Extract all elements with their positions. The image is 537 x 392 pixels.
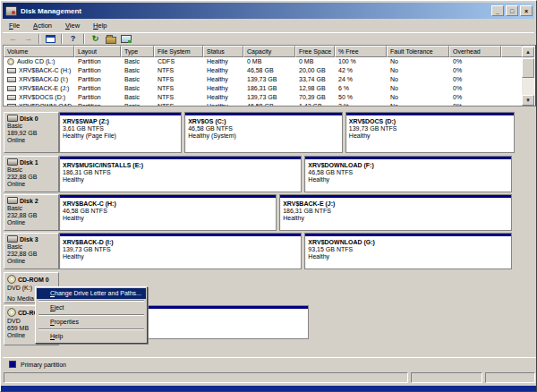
partition-download-g[interactable]: XRV$DOWNLOAD (G:) 93,15 GB NTFS Healthy [304,233,511,269]
menu-item-eject[interactable]: Eject [37,303,146,313]
column-header-type[interactable]: Type [121,46,154,57]
partition-docs-d[interactable]: XRV$DOCS (D:) 139,73 GB NTFS Healthy [345,112,515,153]
table-row-back-d[interactable]: XRV$BACK-D (I:) Partition Basic NTFS Hea… [4,75,523,84]
cell-pct-free: 100 % [335,57,387,66]
computer-icon [121,35,132,43]
disk3-label[interactable]: Disk 3 Basic 232,88 GB Online [4,233,59,269]
console-tree-icon [46,35,55,43]
partition-size: 139,73 GB NTFS [346,125,514,132]
partition-os-c[interactable]: XRV$OS (C:) 46,58 GB NTFS Healthy (Syste… [184,112,343,153]
toolbar-separator [61,34,63,44]
menu-item-help[interactable]: Help [37,331,146,342]
disk1-partitions: XRV$MUSIC/INSTALLS (E:) 186,31 GB NTFS H… [59,156,517,192]
cell-fault-tolerance: No [387,93,449,102]
partition-download-f[interactable]: XRV$DOWNLOAD (F:) 46,58 GB NTFS Healthy [304,156,511,192]
cell-free-space: 12,98 GB [295,84,335,93]
table-row-audio-cd[interactable]: Audio CD (L:) Partition Basic CDFS Healt… [4,57,523,66]
menu-action[interactable]: Action [27,20,59,31]
cell-overhead: 0% [449,57,501,66]
show-console-tree-button[interactable] [43,33,58,45]
volume-name: XRV$BACK-E (J:) [19,84,69,93]
disk-size: 189,92 GB [7,130,56,137]
menu-view[interactable]: View [59,20,87,31]
partition-size: 139,73 GB NTFS [60,246,301,253]
cell-overhead: 0% [449,93,501,102]
partition-size: 186,31 GB NTFS [280,208,511,215]
menu-help[interactable]: Help [87,20,114,31]
table-row-download-f[interactable]: XRV$DOWNLOAD (F:) Partition Basic NTFS H… [4,102,523,107]
cell-type: Basic [121,93,154,102]
legend-bar: Primary partition [3,357,536,371]
column-header-overhead[interactable]: Overhead [449,46,501,57]
cell-status: Healthy [203,66,243,75]
column-header-capacity[interactable]: Capacity [243,46,295,57]
hard-disk-icon [7,158,18,166]
legend-label: Primary partition [21,362,66,368]
disk-name: Disk 3 [20,236,38,243]
partition-label: XRV$OS (C:) [185,116,342,125]
volume-list-header: Volume Layout Type File System Status Ca… [4,46,523,57]
context-menu: Change Drive Letter and Paths... Eject P… [35,286,148,344]
table-row-back-c[interactable]: XRV$BACK-C (H:) Partition Basic NTFS Hea… [4,66,523,75]
cell-type: Basic [121,66,154,75]
table-row-docs[interactable]: XRV$DOCS (D:) Partition Basic NTFS Healt… [4,93,523,102]
close-button[interactable]: × [520,5,533,16]
disk-row-3: Disk 3 Basic 232,88 GB Online XRV$BACK-D… [3,233,536,270]
back-button[interactable]: ← [5,33,21,45]
toolbar-separator [38,34,40,44]
rescan-disks-button[interactable] [118,33,133,45]
partition-swap-z[interactable]: XRV$SWAP (Z:) 3,61 GB NTFS Healthy (Page… [59,112,182,153]
scroll-thumb[interactable] [522,58,534,78]
partition-music-installs-e[interactable]: XRV$MUSIC/INSTALLS (E:) 186,31 GB NTFS H… [59,156,302,192]
column-header-free-space[interactable]: Free Space [295,46,335,57]
scroll-down-button[interactable]: ▼ [522,95,534,106]
disk-status: Online [7,137,56,144]
cell-file-system: NTFS [154,93,203,102]
volume-name: XRV$DOWNLOAD (F:) [19,102,74,107]
maximize-button[interactable]: □ [506,5,518,16]
column-header-file-system[interactable]: File System [154,46,203,57]
partition-back-e-j[interactable]: XRV$BACK-E (J:) 186,31 GB NTFS Healthy [279,194,512,231]
properties-button[interactable] [103,33,118,45]
cell-status: Healthy [203,75,243,84]
disk0-partitions: XRV$SWAP (Z:) 3,61 GB NTFS Healthy (Page… [59,112,517,153]
primary-partition-swatch [9,361,16,368]
cell-overhead: 0% [449,84,501,93]
disk-management-icon [5,6,17,16]
cell-file-system: NTFS [154,102,203,107]
toolbar: ← → ? ↻ [3,32,534,45]
cell-capacity: 0 MB [243,57,295,66]
volume-name: XRV$DOCS (D:) [19,93,65,102]
title-bar[interactable]: Disk Management _ □ × [3,3,534,19]
minimize-button[interactable]: _ [491,5,504,16]
column-header-layout[interactable]: Layout [74,46,121,57]
menu-item-properties[interactable]: Properties [37,317,146,328]
cell-overhead: 0% [449,75,501,84]
column-header-volume[interactable]: Volume [4,46,74,57]
column-header-fault-tolerance[interactable]: Fault Tolerance [387,46,449,57]
disk1-label[interactable]: Disk 1 Basic 232,88 GB Online [4,156,59,192]
status-section [411,372,482,383]
scroll-up-button[interactable]: ▲ [522,47,534,57]
disk2-label[interactable]: Disk 2 Basic 232,88 GB Online [4,194,59,231]
partition-back-c-h[interactable]: XRV$BACK-C (H:) 46,58 GB NTFS Healthy [59,194,277,231]
column-header-pct-free[interactable]: % Free [335,46,387,57]
table-row-back-e[interactable]: XRV$BACK-E (J:) Partition Basic NTFS Hea… [4,84,523,93]
forward-button[interactable]: → [21,33,36,45]
help-button[interactable]: ? [65,33,81,45]
disk0-label[interactable]: Disk 0 Basic 189,92 GB Online [4,112,59,153]
column-header-status[interactable]: Status [203,46,243,57]
disk-status: Online [7,219,56,226]
disk-status: Online [7,181,56,188]
cell-fault-tolerance: No [387,75,449,84]
status-bar [3,371,536,385]
disk-management-window: Disk Management _ □ × File Action View H… [0,0,537,392]
refresh-button[interactable]: ↻ [88,33,103,45]
menu-item-change-drive-letter[interactable]: Change Drive Letter and Paths... [37,288,146,299]
vertical-scrollbar[interactable]: ▲ ▼ [522,47,534,106]
partition-label: XRV$BACK-D (I:) [60,237,301,246]
partition-back-d-i[interactable]: XRV$BACK-D (I:) 139,73 GB NTFS Healthy [59,233,302,269]
disk-name: Disk 2 [20,198,38,204]
menu-file[interactable]: File [3,20,27,31]
menu-bar: File Action View Help [3,19,534,32]
